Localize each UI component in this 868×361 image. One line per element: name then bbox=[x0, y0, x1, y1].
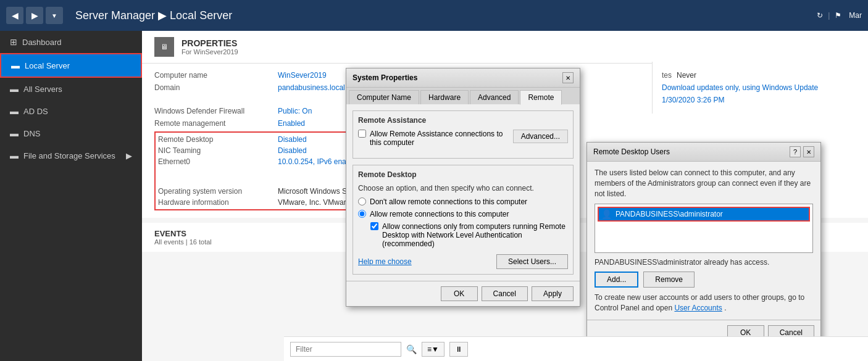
system-properties-title: System Properties bbox=[353, 73, 417, 82]
rdu-body: The users listed below can connect to th… bbox=[587, 162, 820, 320]
properties-header: 🖥 PROPERTIES For WinSever2019 bbox=[142, 31, 868, 64]
all-servers-icon: ▬ bbox=[10, 84, 19, 94]
dns-icon: ▬ bbox=[10, 128, 19, 138]
updates-row: tes Never bbox=[662, 71, 859, 80]
radio-allow-remote-input[interactable] bbox=[358, 210, 366, 218]
dropdown-button[interactable]: ▼ bbox=[46, 7, 63, 24]
rdu-header-actions: ? ✕ bbox=[790, 146, 814, 157]
back-button[interactable]: ◀ bbox=[6, 7, 23, 24]
sidebar-item-dns[interactable]: ▬ DNS bbox=[0, 122, 142, 144]
flag-icon: ⚑ bbox=[835, 11, 841, 20]
refresh-icon[interactable]: ↻ bbox=[817, 11, 823, 20]
remote-desktop-footer: Help me choose Select Users... bbox=[358, 254, 568, 269]
updates-label: tes bbox=[662, 71, 672, 80]
windows-update-link[interactable]: Download updates only, using Windows Upd… bbox=[662, 83, 859, 92]
remote-assistance-label: Remote Assistance bbox=[358, 116, 568, 125]
forward-button[interactable]: ▶ bbox=[26, 7, 43, 24]
properties-icon: 🖥 bbox=[154, 37, 174, 57]
user-name-text: PANDABUSINESS\administrator bbox=[616, 210, 723, 218]
remote-desktop-section: Remote Desktop Choose an option, and the… bbox=[353, 165, 574, 275]
tab-advanced[interactable]: Advanced bbox=[470, 90, 519, 104]
arrow-icon: ▶ bbox=[126, 151, 132, 160]
properties-title: PROPERTIES bbox=[182, 38, 238, 48]
rdu-status: PANDABUSINESS\administrator already has … bbox=[595, 258, 813, 267]
hw-label: Hardware information bbox=[158, 198, 278, 207]
separator-icon: | bbox=[828, 11, 830, 20]
sidebar-label-dashboard: Dashboard bbox=[22, 38, 62, 47]
sidebar-label-file-storage: File and Storage Services bbox=[23, 151, 115, 160]
file-storage-icon: ▬ bbox=[10, 151, 19, 160]
adds-icon: ▬ bbox=[10, 106, 19, 116]
cancel-button-sysprops[interactable]: Cancel bbox=[482, 286, 528, 301]
tab-hardware[interactable]: Hardware bbox=[420, 90, 469, 104]
rdu-actions: Add... Remove bbox=[595, 272, 813, 288]
nla-checkbox[interactable] bbox=[370, 222, 378, 230]
help-me-choose-link[interactable]: Help me choose bbox=[358, 257, 412, 266]
radio-allow-remote-label: Allow remote connections to this compute… bbox=[370, 210, 509, 218]
filter-input[interactable] bbox=[290, 342, 401, 357]
sidebar-item-adds[interactable]: ▬ AD DS bbox=[0, 100, 142, 122]
system-properties-header[interactable]: System Properties ✕ bbox=[346, 68, 580, 88]
search-icon: 🔍 bbox=[406, 344, 417, 354]
radio-no-remote-input[interactable] bbox=[358, 197, 366, 205]
remote-mgmt-label: Remote management bbox=[154, 119, 278, 128]
user-icon: 👤 bbox=[601, 209, 612, 219]
remote-assistance-checkbox-label: Allow Remote Assistance connections to t… bbox=[370, 130, 508, 147]
sidebar-label-adds: AD DS bbox=[23, 107, 48, 116]
add-user-button[interactable]: Add... bbox=[595, 272, 638, 288]
updates-value: Never bbox=[677, 71, 696, 80]
user-name: Mar bbox=[849, 11, 862, 20]
sidebar-item-all-servers[interactable]: ▬ All Servers bbox=[0, 78, 142, 100]
nla-checkbox-row: Allow connections only from computers ru… bbox=[370, 222, 568, 248]
system-properties-close[interactable]: ✕ bbox=[562, 72, 574, 83]
list-view-button[interactable]: ≡▼ bbox=[422, 342, 444, 357]
title-text-main: Server Manager bbox=[75, 9, 155, 22]
pause-button[interactable]: ⏸ bbox=[449, 342, 468, 357]
system-properties-footer: OK Cancel Apply bbox=[346, 281, 580, 306]
sidebar-label-dns: DNS bbox=[23, 129, 40, 138]
tab-remote[interactable]: Remote bbox=[520, 90, 562, 105]
rdu-close-button[interactable]: ✕ bbox=[803, 146, 814, 157]
sidebar-label-all-servers: All Servers bbox=[23, 85, 62, 94]
nav-buttons: ◀ ▶ ▼ bbox=[6, 7, 63, 24]
rdu-note: To create new user accounts or add users… bbox=[595, 293, 813, 313]
os-label: Operating system version bbox=[158, 187, 278, 196]
remote-assistance-row: Allow Remote Assistance connections to t… bbox=[358, 130, 568, 153]
system-properties-dialog: System Properties ✕ Computer Name Hardwa… bbox=[346, 68, 580, 307]
content-area: 🖥 PROPERTIES For WinSever2019 Computer n… bbox=[142, 31, 868, 361]
system-properties-body: Remote Assistance Allow Remote Assistanc… bbox=[346, 104, 580, 281]
remote-desktop-label: Remote Desktop bbox=[158, 135, 278, 144]
radio-allow-remote: Allow remote connections to this compute… bbox=[358, 210, 568, 218]
apply-button-sysprops[interactable]: Apply bbox=[532, 286, 574, 301]
nla-label: Allow connections only from computers ru… bbox=[382, 222, 568, 248]
title-separator: ▶ bbox=[158, 9, 170, 22]
remote-desktop-users-dialog: Remote Desktop Users ? ✕ The users liste… bbox=[586, 142, 821, 346]
user-accounts-link[interactable]: User Accounts bbox=[674, 304, 722, 312]
sidebar-label-local-server: Local Server bbox=[25, 61, 70, 70]
spacer-extra bbox=[158, 166, 278, 185]
title-bar: ◀ ▶ ▼ Server Manager ▶ Local Server ↻ | … bbox=[0, 0, 868, 31]
sidebar-item-local-server[interactable]: ▬ Local Server bbox=[0, 53, 142, 78]
ok-button-sysprops[interactable]: OK bbox=[441, 286, 478, 301]
user-item-administrator[interactable]: 👤 PANDABUSINESS\administrator bbox=[598, 207, 810, 222]
sidebar-item-dashboard[interactable]: ⊞ Dashboard bbox=[0, 31, 142, 53]
select-users-button[interactable]: Select Users... bbox=[496, 254, 568, 269]
rdu-note-end: . bbox=[724, 304, 726, 312]
users-list-box: 👤 PANDABUSINESS\administrator bbox=[595, 204, 813, 253]
sidebar-item-file-storage[interactable]: ▬ File and Storage Services ▶ bbox=[0, 144, 142, 167]
eth-label: Ethernet0 bbox=[158, 157, 278, 166]
remote-assistance-checkbox[interactable] bbox=[358, 130, 366, 138]
properties-title-group: PROPERTIES For WinSever2019 bbox=[182, 38, 238, 56]
rdu-description: The users listed below can connect to th… bbox=[595, 168, 813, 199]
remove-user-button[interactable]: Remove bbox=[643, 272, 695, 288]
firewall-label: Windows Defender Firewall bbox=[154, 107, 278, 115]
nic-label: NIC Teaming bbox=[158, 146, 278, 155]
tab-strip: Computer Name Hardware Advanced Remote bbox=[346, 88, 580, 104]
tab-computer-name[interactable]: Computer Name bbox=[349, 90, 419, 104]
properties-subtitle: For WinSever2019 bbox=[182, 48, 238, 56]
bottom-toolbar: 🔍 ≡▼ ⏸ bbox=[284, 336, 868, 361]
remote-desktop-section-label: Remote Desktop bbox=[358, 170, 568, 179]
advanced-button[interactable]: Advanced... bbox=[513, 130, 568, 143]
rdu-header[interactable]: Remote Desktop Users ? ✕ bbox=[587, 143, 820, 162]
rdu-help-button[interactable]: ? bbox=[790, 146, 801, 157]
